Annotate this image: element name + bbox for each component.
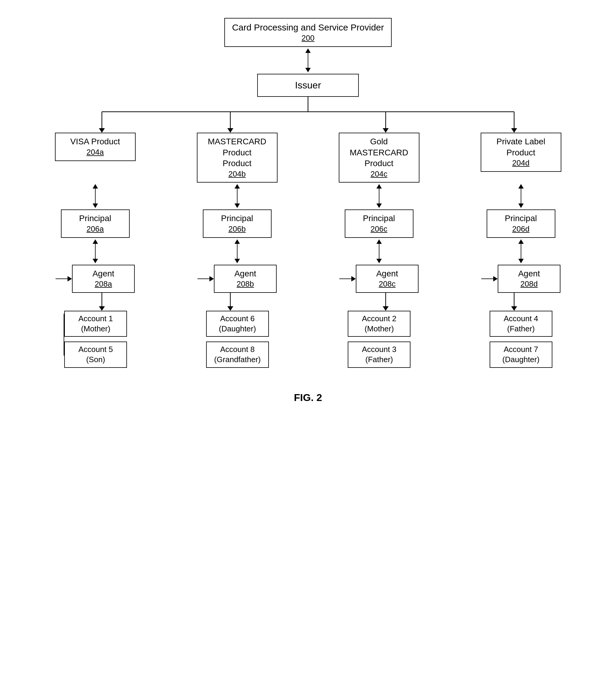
account-7-box: Account 7 (Daughter) (490, 341, 552, 368)
account-2-label: Account 2 (Mother) (362, 314, 396, 333)
product-b-ref: 204b (202, 169, 272, 179)
product-d-box: Private Label Product 204d (481, 132, 561, 172)
agent-d-ref: 208d (503, 279, 555, 289)
arrow-up-1 (305, 48, 311, 53)
product-b-box: MASTERCARD Product Product 204b (197, 132, 278, 183)
accounts-b-col: Account 6 (Daughter) Account 8 (Grandfat… (206, 311, 269, 368)
account-6-box: Account 6 (Daughter) (206, 311, 269, 337)
product-a-ref: 204a (60, 147, 130, 157)
dbl-arrow-pa-4 (518, 239, 524, 263)
product-b-label: MASTERCARD Product (208, 137, 266, 157)
account-1-label: Account 1 (Mother) (78, 314, 113, 333)
fan-connector (24, 97, 592, 132)
fan-svg (24, 97, 592, 132)
accounts-c-col: Account 2 (Mother) Account 3 (Father) (348, 311, 410, 368)
accounts-row: Account 1 (Mother) Account 5 (Son) Accou… (24, 311, 592, 368)
prod-to-princ-arrows (24, 183, 592, 209)
principal-c-label: Principal (363, 214, 395, 223)
account-5-label: Account 5 (Son) (78, 345, 113, 364)
card-processing-ref: 200 (230, 33, 386, 43)
product-d-label: Private Label Product (496, 137, 545, 157)
dbl-arrow-1 (93, 184, 98, 208)
product-a-box: VISA Product 204a (55, 132, 136, 161)
agent-d-label: Agent (518, 269, 540, 278)
fan-arrow-1 (99, 128, 105, 132)
dbl-arrow-pa-3 (376, 239, 382, 263)
card-processing-box: Card Processing and Service Provider 200 (224, 18, 392, 47)
agent-c-box: Agent 208c (356, 265, 419, 293)
account-6-label: Account 6 (Daughter) (219, 314, 256, 333)
issuer-label: Issuer (295, 80, 321, 90)
product-a-label: VISA Product (70, 137, 120, 146)
account-2-box: Account 2 (Mother) (348, 311, 410, 337)
arrow-down-1 (305, 68, 311, 72)
product-d-ref: 204d (486, 158, 556, 168)
account-8-label: Account 8 (Grandfather) (214, 345, 261, 364)
product-c-label: Gold MASTERCARD Product (350, 137, 408, 168)
agents-row: Agent 208a Agent 208b Agent 208c (24, 265, 592, 293)
fan-arrow-4 (511, 128, 517, 132)
agent-c-label: Agent (376, 269, 398, 278)
account-3-box: Account 3 (Father) (348, 341, 410, 368)
principal-d-label: Principal (505, 214, 537, 223)
agent-a-ref: 208a (78, 279, 129, 289)
svg-marker-9 (227, 306, 233, 311)
dbl-arrow-4 (518, 184, 524, 208)
agent-d-box: Agent 208d (498, 265, 560, 293)
connector-1 (308, 53, 308, 68)
agent-b-box: Agent 208b (214, 265, 277, 293)
dbl-arrow-pa-1 (93, 239, 98, 263)
fan-arrow-3 (383, 128, 389, 132)
principal-c-ref: 206c (350, 224, 408, 234)
account-7-label: Account 7 (Daughter) (503, 345, 540, 364)
principal-a-label: Principal (79, 214, 111, 223)
principal-a-ref: 206a (66, 224, 124, 234)
agent-a-label: Agent (92, 269, 114, 278)
product-c-ref: 204c (344, 169, 414, 179)
agent-acct-svg (24, 293, 592, 311)
product-c-box: Gold MASTERCARD Product 204c (339, 132, 419, 183)
principal-c-box: Principal 206c (345, 209, 414, 238)
fan-arrow-2 (227, 128, 233, 132)
principal-b-label: Principal (221, 214, 253, 223)
accounts-a-col: Account 1 (Mother) Account 5 (Son) (64, 311, 127, 368)
svg-marker-13 (511, 306, 517, 311)
account-5-box: Account 5 (Son) (64, 341, 127, 368)
account-4-label: Account 4 (Father) (504, 314, 538, 333)
svg-marker-7 (99, 306, 105, 311)
issuer-box: Issuer (257, 74, 359, 97)
account-4-box: Account 4 (Father) (490, 311, 552, 337)
card-processing-label: Card Processing and Service Provider (232, 23, 384, 32)
dbl-arrow-3 (376, 184, 382, 208)
principal-d-box: Principal 206d (487, 209, 555, 238)
account-8-box: Account 8 (Grandfather) (206, 341, 269, 368)
principal-d-ref: 206d (492, 224, 550, 234)
diagram-container: Card Processing and Service Provider 200… (24, 18, 592, 403)
agent-b-ref: 208b (219, 279, 271, 289)
agent-c-group: Agent 208c (339, 265, 419, 293)
agent-c-ref: 208c (361, 279, 413, 289)
dbl-arrow-pa-2 (235, 239, 240, 263)
products-row: VISA Product 204a MASTERCARD Product Pro… (24, 132, 592, 183)
svg-marker-11 (383, 306, 389, 311)
account-3-label: Account 3 (Father) (362, 345, 396, 364)
agent-b-label: Agent (234, 269, 256, 278)
product-b-label2: Product (223, 159, 252, 168)
account-1-box: Account 1 (Mother) (64, 311, 127, 337)
principals-row: Principal 206a Principal 206b Principal … (24, 209, 592, 238)
princ-to-agent-arrows (24, 238, 592, 265)
principal-b-ref: 206b (208, 224, 266, 234)
agent-b-group: Agent 208b (197, 265, 277, 293)
agent-a-group: Agent 208a (56, 265, 135, 293)
figure-label: FIG. 2 (294, 392, 322, 403)
accounts-d-col: Account 4 (Father) Account 7 (Daughter) (490, 311, 552, 368)
principal-b-box: Principal 206b (203, 209, 271, 238)
principal-a-box: Principal 206a (61, 209, 130, 238)
agent-a-box: Agent 208a (72, 265, 135, 293)
dbl-arrow-2 (235, 184, 240, 208)
agent-to-acct-connectors (24, 293, 592, 311)
agent-d-group: Agent 208d (481, 265, 560, 293)
